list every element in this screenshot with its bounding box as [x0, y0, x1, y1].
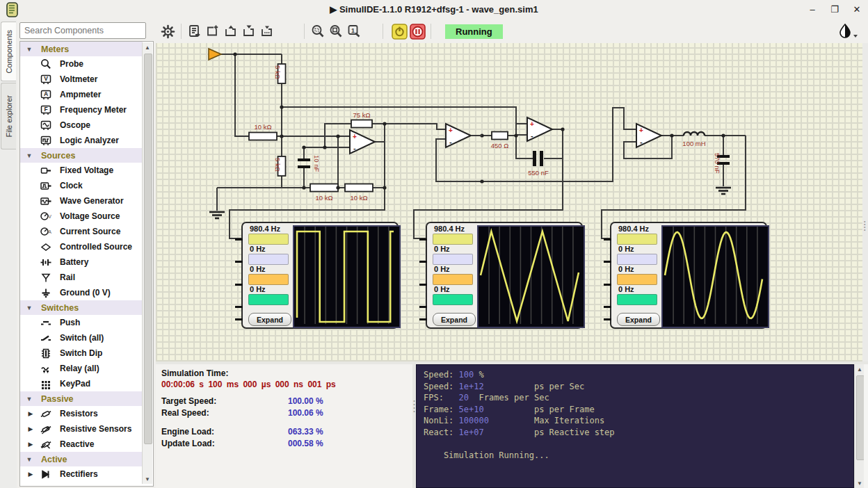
zoom-fit-icon[interactable]	[309, 22, 327, 40]
tab-file-explorer[interactable]: File explorer	[1, 83, 16, 149]
channel3-bar[interactable]	[433, 274, 473, 285]
stat-row: Engine Load:063.33 %	[161, 427, 405, 439]
channel4-bar[interactable]	[433, 294, 473, 305]
palette-item-logic-analyzer[interactable]: Logic Analyzer	[20, 133, 143, 148]
palette-item-fixed-voltage[interactable]: Fixed Voltage	[20, 163, 143, 178]
channel3-bar[interactable]	[617, 274, 657, 285]
theme-icon[interactable]	[838, 24, 858, 39]
minimize-button[interactable]: –	[807, 3, 818, 15]
category-header-sources[interactable]: ▼Sources	[20, 148, 143, 163]
input-pin[interactable]	[235, 306, 243, 308]
input-pin[interactable]	[419, 318, 427, 320]
input-pin[interactable]	[235, 261, 243, 263]
palette-item-wave-generator[interactable]: Wave Generator	[20, 193, 143, 209]
channel4-bar[interactable]	[248, 294, 289, 305]
palette-item-battery[interactable]: Battery	[20, 254, 143, 270]
channel2-bar[interactable]	[433, 254, 473, 265]
new-circuit-icon[interactable]	[186, 22, 204, 40]
category-header-switches[interactable]: ▼Switches	[20, 300, 143, 315]
input-pin[interactable]	[419, 284, 427, 286]
settings-icon[interactable]	[159, 22, 177, 40]
reactive-icon	[35, 439, 56, 450]
expand-arrow-icon[interactable]: ▶	[26, 425, 35, 432]
canvas-right-splitter[interactable]: ••••	[862, 43, 868, 361]
palette-item-ampmeter[interactable]: AAmpmeter	[20, 87, 143, 102]
input-pin[interactable]	[419, 261, 427, 263]
channel2-bar[interactable]	[617, 254, 657, 265]
svg-text:A: A	[48, 229, 51, 234]
palette-item-rectifiers[interactable]: ▶Rectifiers	[20, 466, 143, 482]
palette-item-switch-dip[interactable]: Switch Dip	[20, 345, 143, 361]
palette-item-probe[interactable]: Probe	[20, 56, 143, 72]
channel3-bar[interactable]	[248, 274, 289, 285]
input-pin[interactable]	[235, 284, 243, 286]
frequency-meter-panel-2[interactable]: 980.4 Hz0 Hz0 Hz0 HzExpand	[426, 222, 583, 329]
scroll-up-icon[interactable]: ▲	[855, 364, 865, 374]
input-pin[interactable]	[604, 306, 611, 308]
channel4-bar[interactable]	[617, 294, 657, 305]
palette-item-push[interactable]: Push	[20, 315, 143, 330]
palette-item-voltage-source[interactable]: VVoltage Source	[20, 209, 143, 224]
console-line: Frame: 5e+10 ps per Frame	[424, 404, 853, 416]
input-pin[interactable]	[419, 306, 427, 308]
palette-item-rail[interactable]: Rail	[20, 270, 143, 285]
restore-button[interactable]: ❐	[829, 3, 840, 15]
scroll-down-icon[interactable]: ▼	[855, 478, 865, 488]
palette-item-relay-all[interactable]: Relay (all)	[20, 361, 143, 376]
channel1-bar[interactable]	[433, 234, 473, 245]
palette-item-controlled-source[interactable]: Controlled Source	[20, 239, 143, 254]
frequency-meter-panel-3[interactable]: 980.4 Hz0 Hz0 Hz0 HzExpand	[610, 222, 767, 329]
palette-item-reactive[interactable]: ▶Reactive	[20, 437, 143, 452]
pause-icon[interactable]	[408, 22, 426, 40]
expand-arrow-icon[interactable]: ▶	[26, 441, 35, 448]
palette-item-voltmeter[interactable]: VVoltmeter	[20, 72, 143, 87]
palette-item-ground-0-v[interactable]: Ground (0 V)	[20, 285, 143, 300]
expand-arrow-icon[interactable]: ▶	[26, 410, 35, 417]
open-icon[interactable]	[222, 22, 240, 40]
zoom-area-icon[interactable]	[327, 22, 345, 40]
input-pin[interactable]	[419, 238, 427, 241]
input-pin[interactable]	[604, 238, 611, 241]
square-waveform	[297, 231, 394, 322]
close-button[interactable]: ✕	[851, 3, 862, 15]
input-pin[interactable]	[604, 261, 611, 263]
zoom-one-icon[interactable]: 1	[345, 22, 363, 40]
scroll-up-icon[interactable]: ▲	[143, 42, 152, 52]
input-pin[interactable]	[235, 318, 243, 320]
switch-dip-icon	[35, 348, 56, 359]
palette-item-resistive-sensors[interactable]: ▶Resistive Sensors	[20, 421, 143, 437]
channel2-frequency: 0 Hz	[618, 245, 634, 253]
input-pin[interactable]	[604, 318, 611, 320]
palette-item-oscope[interactable]: Oscope	[20, 117, 143, 133]
tab-components[interactable]: Components	[1, 22, 16, 81]
category-header-active[interactable]: ▼Active	[20, 452, 143, 466]
palette-item-keypad[interactable]: KeyPad	[20, 376, 143, 391]
category-header-passive[interactable]: ▼Passive	[20, 391, 143, 406]
power-icon[interactable]	[390, 22, 408, 40]
palette-item-resistors[interactable]: ▶Resistors	[20, 406, 143, 421]
new-file-icon[interactable]	[204, 22, 222, 40]
palette-scrollbar[interactable]: ▲ ▼	[142, 42, 152, 484]
expand-button[interactable]: Expand	[248, 313, 291, 326]
simulation-console[interactable]: Speed: 100 %Speed: 1e+12 ps per SecFPS: …	[416, 364, 854, 488]
palette-item-switch-all[interactable]: Switch (all)	[20, 330, 143, 345]
category-header-meters[interactable]: ▼Meters	[20, 42, 143, 56]
palette-item-current-source[interactable]: ACurrent Source	[20, 224, 143, 239]
input-pin[interactable]	[235, 238, 243, 241]
palette-item-frequency-meter[interactable]: FFrequency Meter	[20, 102, 143, 117]
channel2-bar[interactable]	[248, 254, 289, 265]
channel1-bar[interactable]	[248, 234, 289, 245]
search-input[interactable]	[19, 22, 146, 39]
input-pin[interactable]	[604, 284, 611, 286]
expand-button[interactable]: Expand	[433, 313, 476, 326]
console-scrollbar[interactable]: ▲ ▼	[854, 364, 865, 488]
save-as-icon[interactable]	[258, 22, 276, 40]
frequency-meter-panel-1[interactable]: 980.4 Hz0 Hz0 Hz0 HzExpand	[241, 222, 399, 329]
expand-button[interactable]: Expand	[617, 313, 660, 326]
save-icon[interactable]	[240, 22, 258, 40]
expand-arrow-icon[interactable]: ▶	[26, 471, 35, 478]
scrollbar-thumb[interactable]	[144, 54, 152, 444]
scroll-down-icon[interactable]: ▼	[143, 474, 152, 484]
channel1-bar[interactable]	[617, 234, 657, 245]
palette-item-clock[interactable]: Clock	[20, 178, 143, 193]
